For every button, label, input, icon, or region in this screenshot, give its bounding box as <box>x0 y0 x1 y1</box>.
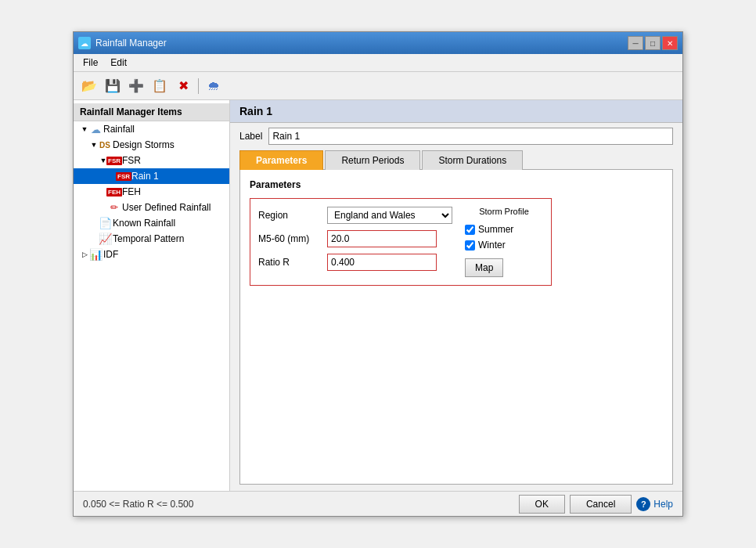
delete-button[interactable]: ✖ <box>172 76 194 96</box>
footer-right: OK Cancel ? Help <box>519 495 673 514</box>
region-row: Region England and Wales Scotland Wales … <box>258 207 452 224</box>
rain1-icon: FSR <box>117 170 130 182</box>
label-user-defined: User Defined Rainfall <box>122 202 211 213</box>
right-panel: Rain 1 Label Parameters Return Periods S… <box>230 100 682 491</box>
panel-title: Rain 1 <box>230 100 682 123</box>
sidebar-item-fsr[interactable]: ▼ FSR FSR <box>74 153 229 168</box>
menu-edit[interactable]: Edit <box>104 56 133 70</box>
add-button[interactable]: ➕ <box>125 76 147 96</box>
footer-status: 0.050 <= Ratio R <= 0.500 <box>83 499 193 510</box>
rain-button[interactable]: 🌧 <box>203 76 225 96</box>
window-title: Rainfall Manager <box>95 38 167 49</box>
winter-check-row: Winter <box>465 240 543 251</box>
toggle-temporal <box>89 234 99 243</box>
footer: 0.050 <= Ratio R <= 0.500 OK Cancel ? He… <box>74 491 682 516</box>
copy-button[interactable]: 📋 <box>149 76 171 96</box>
winter-checkbox[interactable] <box>465 240 475 251</box>
toolbar-separator <box>198 78 199 94</box>
toolbar: 📂 💾 ➕ 📋 ✖ 🌧 <box>74 72 682 100</box>
help-label: Help <box>653 499 673 510</box>
tab-content-parameters: Parameters Region England and Wales <box>239 170 673 485</box>
sidebar-item-idf[interactable]: ▷ 📊 IDF <box>74 247 229 262</box>
ratio-r-input[interactable] <box>327 254 437 271</box>
save-button[interactable]: 💾 <box>102 76 124 96</box>
storm-profile-header: Storm Profile <box>465 207 543 216</box>
sidebar-header: Rainfall Manager Items <box>74 103 229 121</box>
known-rainfall-icon: 📄 <box>99 217 111 229</box>
sidebar-item-rainfall[interactable]: ▼ ☁ Rainfall <box>74 121 229 137</box>
open-folder-button[interactable]: 📂 <box>78 76 100 96</box>
cloud-icon: ☁ <box>89 123 102 135</box>
params-right-section: Storm Profile Summer Winter <box>465 207 543 277</box>
temporal-icon: 📈 <box>99 233 111 245</box>
label-temporal-pattern: Temporal Pattern <box>113 233 184 244</box>
sidebar-item-user-defined[interactable]: ✏ User Defined Rainfall <box>74 200 229 215</box>
label-field-label: Label <box>239 131 262 142</box>
label-known-rainfall: Known Rainfall <box>113 218 175 229</box>
app-icon: ☁ <box>78 37 91 49</box>
ok-button[interactable]: OK <box>519 495 565 514</box>
params-box: Region England and Wales Scotland Wales … <box>250 198 552 286</box>
feh-icon: FEH <box>108 186 121 198</box>
params-left-section: Region England and Wales Scotland Wales … <box>258 207 452 277</box>
label-design-storms: Design Storms <box>113 139 175 150</box>
map-button[interactable]: Map <box>465 258 503 277</box>
ratio-r-row: Ratio R <box>258 254 452 271</box>
title-buttons: ─ □ ✕ <box>628 36 678 50</box>
label-rain1: Rain 1 <box>131 171 159 182</box>
region-label: Region <box>258 210 321 221</box>
label-idf: IDF <box>103 249 118 260</box>
idf-icon: 📊 <box>89 248 102 261</box>
summer-checkbox[interactable] <box>465 225 475 235</box>
main-window: ☁ Rainfall Manager ─ □ ✕ File Edit 📂 💾 ➕… <box>73 31 683 517</box>
help-icon: ? <box>636 497 650 511</box>
toggle-design-storms[interactable]: ▼ <box>89 140 99 150</box>
user-defined-icon: ✏ <box>108 201 121 214</box>
sidebar-item-temporal-pattern[interactable]: 📈 Temporal Pattern <box>74 231 229 247</box>
minimize-button[interactable]: ─ <box>628 36 643 50</box>
label-row: Label <box>230 123 682 150</box>
cancel-button[interactable]: Cancel <box>570 495 632 514</box>
map-btn-container: Map <box>465 258 543 277</box>
tab-parameters[interactable]: Parameters <box>239 150 323 170</box>
label-rainfall: Rainfall <box>103 124 135 135</box>
tabs-header: Parameters Return Periods Storm Duration… <box>239 150 673 170</box>
label-fsr: FSR <box>122 155 141 166</box>
maximize-button[interactable]: □ <box>645 36 661 50</box>
main-content: Rainfall Manager Items ▼ ☁ Rainfall ▼ DS… <box>74 100 682 491</box>
tab-storm-durations[interactable]: Storm Durations <box>422 150 523 170</box>
toggle-idf[interactable]: ▷ <box>80 250 89 259</box>
title-bar-left: ☁ Rainfall Manager <box>78 37 167 49</box>
params-section-title: Parameters <box>250 179 663 190</box>
menu-file[interactable]: File <box>77 56 104 70</box>
winter-label: Winter <box>478 240 506 251</box>
m560-row: M5-60 (mm) <box>258 230 452 247</box>
region-select[interactable]: England and Wales Scotland Wales Norther… <box>327 207 452 224</box>
close-button[interactable]: ✕ <box>662 36 678 50</box>
sidebar-item-known-rainfall[interactable]: 📄 Known Rainfall <box>74 215 229 231</box>
sidebar-item-feh[interactable]: FEH FEH <box>74 184 229 200</box>
design-storms-icon: DS <box>99 139 111 151</box>
title-bar: ☁ Rainfall Manager ─ □ ✕ <box>74 32 682 54</box>
toggle-rainfall[interactable]: ▼ <box>80 124 89 134</box>
toggle-known-rainfall <box>89 218 99 228</box>
tabs-container: Parameters Return Periods Storm Duration… <box>230 150 682 491</box>
m560-input[interactable] <box>327 230 437 247</box>
label-input[interactable] <box>268 128 673 145</box>
label-feh: FEH <box>122 186 141 197</box>
ratio-r-label: Ratio R <box>258 257 321 268</box>
sidebar: Rainfall Manager Items ▼ ☁ Rainfall ▼ DS… <box>74 100 230 491</box>
tab-return-periods[interactable]: Return Periods <box>325 150 420 170</box>
menu-bar: File Edit <box>74 54 682 72</box>
help-link[interactable]: ? Help <box>636 497 673 511</box>
sidebar-item-design-storms[interactable]: ▼ DS Design Storms <box>74 137 229 153</box>
toggle-user-defined <box>99 203 108 212</box>
fsr-icon: FSR <box>108 154 121 167</box>
summer-check-row: Summer <box>465 224 543 235</box>
summer-label: Summer <box>478 224 513 235</box>
m560-label: M5-60 (mm) <box>258 233 321 244</box>
sidebar-item-rain1[interactable]: FSR Rain 1 <box>74 168 229 184</box>
